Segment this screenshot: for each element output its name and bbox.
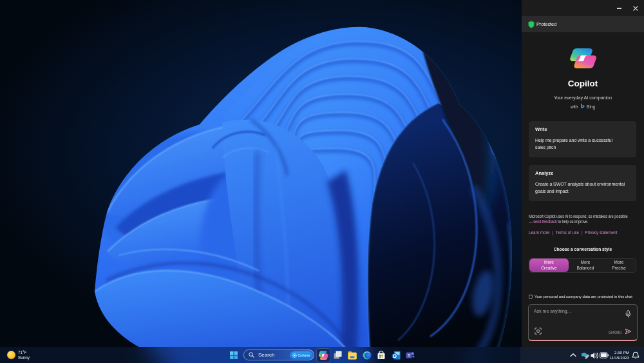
svg-text:T: T	[408, 352, 411, 358]
